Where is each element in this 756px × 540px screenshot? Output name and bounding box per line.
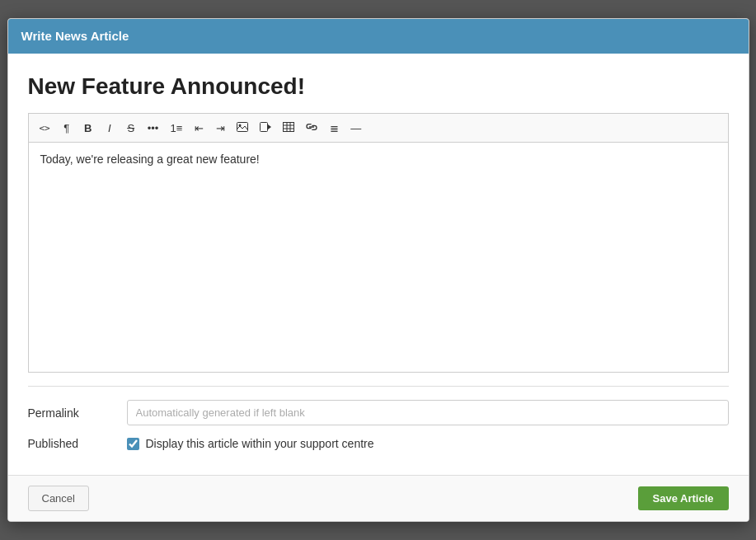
cancel-button[interactable]: Cancel <box>28 486 89 511</box>
table-button[interactable] <box>279 119 298 137</box>
code-icon: <> <box>40 123 50 134</box>
italic-button[interactable]: I <box>101 119 119 137</box>
strikethrough-button[interactable]: S <box>122 119 140 137</box>
published-checkbox-group: Display this article within your support… <box>127 437 374 450</box>
permalink-input[interactable] <box>127 400 729 425</box>
editor-toolbar: <> ¶ B I S ••• 1≡ ⇤ ⇥ <box>28 113 729 142</box>
editor-content: Today, we're releasing a great new featu… <box>40 153 260 166</box>
video-button[interactable] <box>256 119 275 137</box>
published-row: Published Display this article within yo… <box>28 437 729 450</box>
outdent-button[interactable]: ⇤ <box>190 119 208 137</box>
published-checkbox[interactable] <box>127 438 139 450</box>
ol-icon: 1≡ <box>170 122 182 134</box>
align-button[interactable]: ≣ <box>325 119 343 137</box>
align-icon: ≣ <box>330 122 339 134</box>
code-button[interactable]: <> <box>35 119 54 137</box>
bold-button[interactable]: B <box>79 119 97 137</box>
paragraph-icon: ¶ <box>63 122 69 134</box>
link-icon <box>306 122 317 134</box>
modal-footer: Cancel Save Article <box>8 475 749 521</box>
permalink-row: Permalink <box>28 400 729 425</box>
strikethrough-icon: S <box>127 122 134 134</box>
link-button[interactable] <box>302 119 322 137</box>
modal-body: New Feature Announced! <> ¶ B I S ••• 1≡ <box>8 54 749 475</box>
ul-icon: ••• <box>148 122 159 134</box>
table-icon <box>283 122 294 134</box>
indent-icon: ⇥ <box>216 122 225 134</box>
ol-button[interactable]: 1≡ <box>166 119 186 137</box>
form-section: Permalink Published Display this article… <box>28 386 729 450</box>
modal-title: Write News Article <box>21 29 129 43</box>
published-label: Published <box>28 437 127 450</box>
italic-icon: I <box>108 122 111 134</box>
published-checkbox-label[interactable]: Display this article within your support… <box>146 437 374 450</box>
svg-rect-4 <box>284 122 294 131</box>
image-icon <box>237 122 248 134</box>
bold-icon: B <box>84 122 92 134</box>
permalink-label: Permalink <box>28 406 127 420</box>
svg-rect-2 <box>261 122 268 131</box>
modal-container: Write News Article New Feature Announced… <box>7 18 749 522</box>
svg-marker-3 <box>268 124 271 129</box>
ul-button[interactable]: ••• <box>143 119 163 137</box>
indent-button[interactable]: ⇥ <box>211 119 229 137</box>
video-icon <box>260 122 271 134</box>
hr-button[interactable]: — <box>346 119 365 137</box>
save-button[interactable]: Save Article <box>638 486 729 510</box>
outdent-icon: ⇤ <box>195 122 204 134</box>
article-title: New Feature Announced! <box>28 73 729 100</box>
hr-icon: — <box>350 122 361 134</box>
paragraph-button[interactable]: ¶ <box>58 119 76 137</box>
article-editor[interactable]: Today, we're releasing a great new featu… <box>28 142 729 373</box>
modal-header: Write News Article <box>8 19 749 54</box>
image-button[interactable] <box>232 119 252 137</box>
